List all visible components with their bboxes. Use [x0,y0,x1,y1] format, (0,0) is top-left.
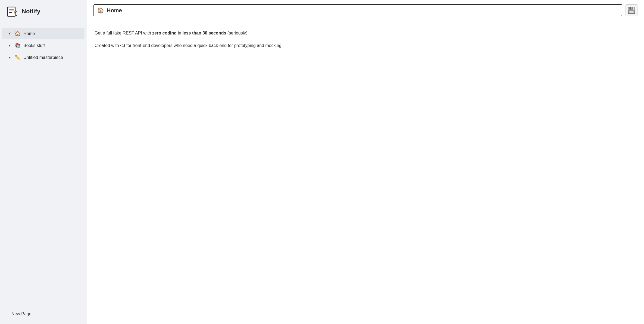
sidebar-nav: ► 🏠 Home ► 📚 Books stuff ► ✏️ Untitled m… [0,23,87,304]
app-logo-icon [7,5,18,17]
svg-marker-5 [15,15,17,16]
app-title: Notlify [22,8,40,15]
save-button[interactable] [626,4,637,16]
sidebar-item-untitled-label: Untitled masterpiece [23,55,63,60]
chevron-books-icon: ► [8,43,12,48]
sidebar-item-untitled[interactable]: ► ✏️ Untitled masterpiece [2,52,85,63]
floppy-disk-icon [628,7,635,14]
content-paragraph-1: Get a full fake REST API with zero codin… [95,30,339,37]
page-title-input[interactable] [107,7,618,14]
svg-rect-0 [8,7,15,16]
main-panel: 🏠 Get a full fake REST API with zero cod… [87,0,644,324]
sidebar-item-books-stuff[interactable]: ► 📚 Books stuff [2,40,85,51]
page-title-icon: 🏠 [97,7,104,14]
sidebar-item-home[interactable]: ► 🏠 Home [2,28,85,39]
sidebar-footer: + New Page [0,304,87,324]
books-item-icon: 📚 [15,43,21,49]
svg-rect-8 [630,7,631,9]
main-header: 🏠 [87,0,644,21]
content-body: Get a full fake REST API with zero codin… [95,30,339,49]
svg-rect-7 [629,7,633,10]
content-paragraph-2: Created with <3 for front-end developers… [95,42,339,49]
page-title-container: 🏠 [93,4,622,16]
untitled-item-icon: ✏️ [15,55,21,61]
sidebar: Notlify ► 🏠 Home ► 📚 Books stuff ► ✏️ Un… [0,0,87,324]
content-bold-zero-coding: zero coding [152,31,177,35]
chevron-home-icon: ► [8,32,12,36]
home-item-icon: 🏠 [15,31,21,37]
svg-rect-10 [630,11,633,12]
sidebar-item-home-label: Home [23,31,35,36]
new-page-button[interactable]: + New Page [7,309,80,319]
main-content: Get a full fake REST API with zero codin… [87,21,644,324]
chevron-untitled-icon: ► [8,55,12,60]
content-bold-30-seconds: less than 30 seconds [182,31,226,35]
sidebar-item-books-label: Books stuff [23,43,45,48]
sidebar-header: Notlify [0,0,87,23]
